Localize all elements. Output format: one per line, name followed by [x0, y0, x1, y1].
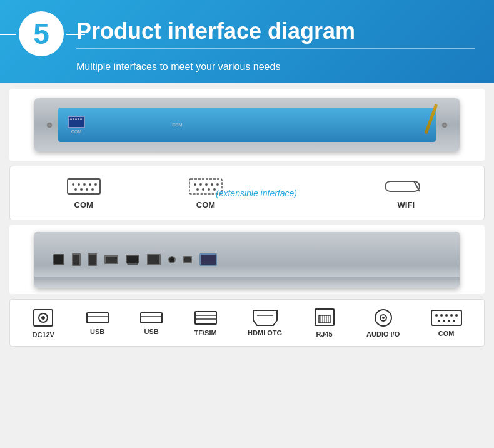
dc12v-icon [31, 307, 55, 328]
svg-point-5 [94, 183, 97, 186]
interface-item-tfsim: TF/SIM [194, 309, 218, 337]
svg-point-6 [74, 188, 77, 191]
svg-point-53 [453, 320, 455, 322]
interface-item-rj45: RJ45 [313, 308, 336, 338]
usb1-icon [86, 310, 109, 325]
svg-point-49 [455, 314, 458, 317]
svg-point-15 [216, 183, 219, 186]
hdmiotg-label: HDMI OTG [248, 329, 282, 337]
svg-point-13 [205, 183, 208, 186]
svg-point-52 [448, 320, 450, 322]
svg-point-50 [438, 320, 440, 322]
svg-point-16 [196, 188, 199, 191]
com1-icon [66, 176, 101, 196]
svg-point-2 [78, 183, 80, 186]
svg-point-9 [91, 188, 94, 191]
page-subtitle: Multiple interfaces to meet your various… [76, 61, 280, 73]
com-bottom-label: COM [438, 330, 455, 337]
svg-point-47 [445, 314, 448, 317]
svg-rect-25 [87, 313, 108, 323]
top-com2-label: COM [172, 123, 182, 127]
interface-item-usb2: USB [139, 310, 163, 335]
tfsim-label: TF/SIM [194, 329, 217, 337]
svg-point-4 [89, 183, 91, 186]
rj45-icon [313, 308, 336, 328]
svg-marker-32 [253, 310, 277, 325]
com-bottom-icon [430, 308, 463, 327]
svg-point-17 [202, 188, 204, 191]
top-interface-box: COM [9, 166, 485, 220]
svg-rect-29 [195, 312, 216, 324]
top-com1-label: COM [71, 130, 81, 134]
svg-point-24 [41, 316, 45, 320]
bottom-interface-box: DC12V USB USB TF/SIM [9, 299, 485, 347]
audio-icon [371, 308, 395, 328]
svg-rect-27 [141, 313, 162, 323]
usb2-icon [139, 310, 163, 325]
svg-point-8 [86, 188, 88, 191]
interface-item-usb1: USB [86, 310, 109, 335]
page-title: Product interface diagram [76, 18, 475, 49]
interface-item-hdmiotg: HDMI OTG [248, 309, 282, 337]
svg-point-48 [450, 314, 453, 317]
main-content: COM COM [0, 83, 494, 353]
svg-rect-44 [431, 310, 461, 325]
svg-point-14 [211, 183, 213, 186]
rj45-label: RJ45 [316, 330, 332, 338]
wifi-label: WIFI [398, 200, 415, 210]
interface-item-audio: AUDIO I/O [366, 308, 400, 338]
svg-rect-0 [68, 179, 100, 194]
interface-item-dc12v: DC12V [31, 307, 55, 339]
svg-point-46 [440, 314, 443, 317]
usb2-label: USB [144, 328, 159, 335]
device-back-image: COM COM [9, 89, 485, 161]
hdmiotg-icon [252, 309, 278, 327]
svg-point-3 [83, 183, 86, 186]
svg-point-7 [80, 188, 83, 191]
svg-point-11 [194, 183, 196, 186]
svg-point-1 [72, 183, 74, 186]
com2-label: COM [196, 200, 215, 210]
svg-point-18 [208, 188, 210, 191]
com1-label: COM [74, 200, 93, 210]
svg-point-12 [199, 183, 202, 186]
wifi-icon [384, 176, 428, 196]
dc12v-label: DC12V [33, 331, 54, 339]
interface-item-com-bottom: COM [430, 308, 463, 337]
section-number: 5 [19, 11, 64, 56]
interface-item-com1: COM [66, 176, 101, 210]
extensible-label: (extensible interface) [216, 188, 297, 198]
audio-label: AUDIO I/O [366, 330, 400, 338]
svg-point-51 [443, 320, 445, 322]
page-header: 5 Product interface diagram Multiple int… [0, 0, 494, 83]
interface-item-com2-ext: COM (extensible interface) [188, 176, 297, 210]
usb1-label: USB [90, 328, 104, 335]
tfsim-icon [194, 309, 218, 327]
interface-item-wifi: WIFI [384, 176, 428, 210]
svg-point-45 [435, 314, 438, 317]
svg-point-43 [382, 317, 385, 319]
device-front-image [9, 225, 485, 294]
